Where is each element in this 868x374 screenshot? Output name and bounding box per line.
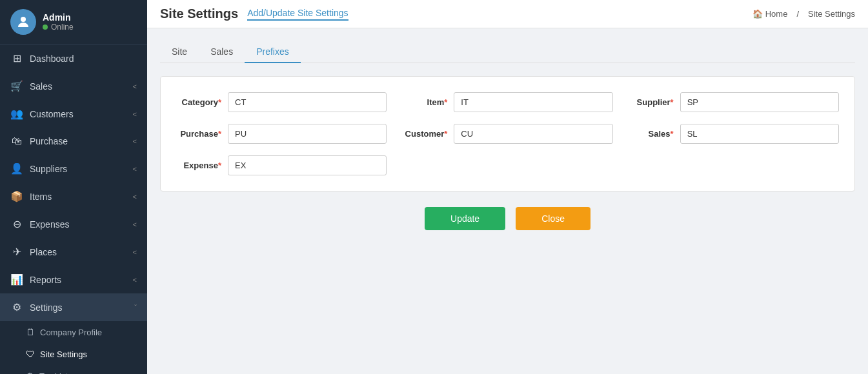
customer-label: Customer*	[402, 129, 447, 139]
expense-input[interactable]	[228, 155, 387, 175]
form-card: Category* Item* Supplier*	[160, 76, 855, 192]
dashboard-icon: ⊞	[10, 52, 23, 64]
sidebar-item-dashboard[interactable]: ⊞ Dashboard	[0, 44, 147, 72]
user-status: Online	[43, 23, 74, 32]
chevron-right-icon: <	[133, 221, 137, 228]
sales-icon: 🛒	[10, 80, 23, 92]
form-group-expense: Expense*	[176, 155, 387, 175]
sidebar-item-expenses[interactable]: ⊖ Expenses <	[0, 210, 147, 238]
items-icon: 📦	[10, 190, 23, 202]
tab-prefixes[interactable]: Prefixes	[245, 41, 301, 63]
suppliers-icon: 👤	[10, 162, 23, 175]
chevron-right-icon: <	[133, 83, 137, 90]
tab-site[interactable]: Site	[160, 41, 199, 63]
update-button[interactable]: Update	[425, 207, 505, 230]
breadcrumb-separator: /	[796, 9, 799, 19]
sidebar-item-sales[interactable]: 🛒 Sales <	[0, 72, 147, 100]
item-label: Item*	[402, 97, 447, 107]
sidebar-item-purchase[interactable]: 🛍 Purchase <	[0, 128, 147, 155]
chevron-right-icon: <	[133, 193, 137, 201]
form-group-item: Item*	[402, 92, 612, 112]
current-page-label: Site Settings	[808, 9, 855, 19]
form-group-customer: Customer*	[402, 124, 612, 144]
category-label: Category*	[176, 97, 221, 107]
sidebar-subitem-label: Tax List	[39, 371, 68, 375]
main-content: Site Settings Add/Update Site Settings 🏠…	[147, 0, 868, 374]
tabs-container: Site Sales Prefixes	[160, 41, 855, 63]
sidebar-header: Admin Online	[0, 0, 147, 44]
expenses-icon: ⊖	[10, 218, 23, 230]
chevron-right-icon: <	[133, 276, 137, 284]
avatar	[10, 9, 36, 35]
sidebar-item-label: Places	[30, 247, 57, 257]
tax-list-icon: ⚙	[26, 371, 34, 374]
chevron-down-icon: ˇ	[134, 304, 137, 311]
form-group-sales: Sales*	[629, 124, 839, 144]
sidebar: Admin Online ⊞ Dashboard 🛒 Sales < 👥 Cus…	[0, 0, 147, 374]
purchase-label: Purchase*	[176, 129, 221, 139]
sidebar-subitem-site-settings[interactable]: 🛡 Site Settings	[0, 343, 147, 365]
sidebar-subitem-tax-list[interactable]: ⚙ Tax List	[0, 365, 147, 374]
sidebar-item-label: Suppliers	[30, 164, 67, 174]
action-buttons: Update Close	[160, 207, 855, 230]
sidebar-item-label: Items	[30, 192, 52, 202]
purchase-input[interactable]	[228, 124, 387, 144]
form-group-purchase: Purchase*	[176, 124, 387, 144]
breadcrumb-link[interactable]: Add/Update Site Settings	[247, 8, 348, 21]
chevron-right-icon: <	[133, 165, 137, 173]
places-icon: ✈	[10, 246, 23, 258]
form-group-supplier: Supplier*	[629, 92, 839, 112]
supplier-label: Supplier*	[629, 97, 674, 107]
sidebar-item-label: Reports	[30, 275, 61, 285]
category-input[interactable]	[228, 92, 387, 112]
sidebar-item-label: Customers	[30, 109, 74, 119]
user-info: Admin Online	[43, 12, 74, 32]
company-profile-icon: 🗒	[26, 327, 35, 337]
settings-icon: ⚙	[10, 301, 23, 313]
item-input[interactable]	[454, 92, 612, 112]
chevron-right-icon: <	[133, 137, 137, 145]
close-button[interactable]: Close	[516, 207, 590, 230]
sidebar-item-suppliers[interactable]: 👤 Suppliers <	[0, 155, 147, 182]
username: Admin	[43, 12, 74, 23]
purchase-icon: 🛍	[10, 135, 23, 147]
tab-sales[interactable]: Sales	[199, 41, 245, 63]
chevron-right-icon: <	[133, 248, 137, 256]
sidebar-subitem-company-profile[interactable]: 🗒 Company Profile	[0, 321, 147, 343]
form-grid: Category* Item* Supplier*	[176, 92, 839, 175]
sidebar-item-places[interactable]: ✈ Places <	[0, 238, 147, 266]
sidebar-item-customers[interactable]: 👥 Customers <	[0, 100, 147, 128]
content-area: Site Sales Prefixes Category* Item*	[147, 28, 868, 374]
sidebar-item-settings[interactable]: ⚙ Settings ˇ	[0, 293, 147, 321]
sales-label: Sales*	[629, 129, 674, 139]
form-group-category: Category*	[176, 92, 387, 112]
home-link[interactable]: 🏠 Home	[752, 9, 788, 19]
sidebar-item-label: Expenses	[30, 219, 69, 230]
chevron-right-icon: <	[133, 110, 137, 118]
svg-point-0	[21, 17, 26, 22]
sales-input[interactable]	[680, 124, 839, 144]
sidebar-item-label: Sales	[30, 81, 52, 92]
customers-icon: 👥	[10, 108, 23, 120]
sidebar-item-items[interactable]: 📦 Items <	[0, 182, 147, 210]
page-title: Site Settings	[160, 6, 238, 21]
sidebar-nav: ⊞ Dashboard 🛒 Sales < 👥 Customers < 🛍 Pu…	[0, 44, 147, 374]
expense-label: Expense*	[176, 161, 221, 170]
topbar: Site Settings Add/Update Site Settings 🏠…	[147, 0, 868, 28]
reports-icon: 📊	[10, 273, 23, 286]
customer-input[interactable]	[454, 124, 612, 144]
home-icon: 🏠	[752, 9, 763, 19]
sidebar-item-label: Purchase	[30, 136, 68, 146]
sidebar-subitem-label: Site Settings	[40, 349, 87, 359]
sidebar-item-reports[interactable]: 📊 Reports <	[0, 266, 147, 293]
sidebar-item-label: Dashboard	[30, 54, 74, 64]
sidebar-subitem-label: Company Profile	[40, 328, 102, 337]
site-settings-icon: 🛡	[26, 349, 35, 359]
supplier-input[interactable]	[680, 92, 839, 112]
sidebar-item-label: Settings	[30, 302, 63, 313]
status-dot	[43, 25, 48, 30]
